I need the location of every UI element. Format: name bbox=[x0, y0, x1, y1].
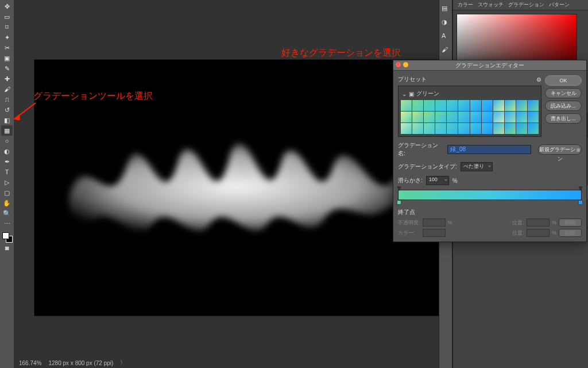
gradient-swatch[interactable] bbox=[528, 123, 539, 134]
tab-gradients[interactable]: グラデーション bbox=[508, 1, 544, 9]
gradient-swatch[interactable] bbox=[435, 123, 446, 134]
type-tool[interactable]: T bbox=[1, 167, 13, 177]
zoom-tool[interactable]: 🔍 bbox=[1, 208, 13, 218]
save-button[interactable]: 書き出し... bbox=[545, 113, 582, 124]
path-tool[interactable]: ▷ bbox=[1, 177, 13, 187]
position-input-2 bbox=[527, 229, 550, 237]
gradient-swatch[interactable] bbox=[447, 123, 458, 134]
gradient-swatch[interactable] bbox=[528, 112, 539, 122]
gradient-swatch[interactable] bbox=[458, 100, 469, 111]
color-stop[interactable] bbox=[397, 200, 401, 205]
eraser-tool[interactable]: ◧ bbox=[1, 115, 13, 125]
minimize-icon[interactable] bbox=[403, 62, 408, 67]
ok-button[interactable]: OK bbox=[545, 75, 582, 86]
gradient-bar[interactable] bbox=[398, 190, 582, 200]
gradient-swatch[interactable] bbox=[505, 123, 516, 134]
icon-history[interactable]: ▤ bbox=[442, 5, 450, 13]
doc-info: 1280 px x 800 px (72 ppi) bbox=[48, 360, 113, 366]
dodge-tool[interactable]: ◐ bbox=[1, 146, 13, 156]
window-controls[interactable] bbox=[396, 62, 416, 67]
new-gradient-button[interactable]: 新規グラデーション bbox=[538, 144, 582, 155]
opacity-stop-input bbox=[423, 218, 446, 227]
gradient-swatch[interactable] bbox=[401, 112, 412, 122]
gradient-swatch[interactable] bbox=[435, 100, 446, 111]
crop-tool[interactable]: ✂ bbox=[1, 43, 13, 53]
gradient-swatch[interactable] bbox=[412, 100, 423, 111]
gradient-swatch[interactable] bbox=[458, 123, 469, 134]
gradient-name-label: グラデーション名: bbox=[398, 141, 444, 158]
stamp-tool[interactable]: ⎍ bbox=[1, 94, 13, 105]
gradient-swatch[interactable] bbox=[447, 100, 458, 111]
zoom-level[interactable]: 166.74% bbox=[19, 360, 41, 366]
gradient-swatch[interactable] bbox=[482, 112, 493, 122]
gradient-swatch[interactable] bbox=[516, 100, 527, 111]
gradient-swatch[interactable] bbox=[424, 112, 435, 122]
gradient-swatch[interactable] bbox=[493, 123, 504, 134]
eyedropper-tool[interactable]: ✎ bbox=[1, 63, 13, 74]
gradient-tool[interactable]: ▦ bbox=[1, 125, 13, 136]
gradient-swatch[interactable] bbox=[505, 100, 516, 111]
gradient-swatch[interactable] bbox=[401, 123, 412, 134]
tab-patterns[interactable]: パターン bbox=[549, 1, 570, 9]
gradient-swatch[interactable] bbox=[435, 112, 446, 122]
quickmask-toggle[interactable]: ◙ bbox=[1, 243, 13, 253]
gradient-swatch[interactable] bbox=[516, 123, 527, 134]
gradient-swatch[interactable] bbox=[447, 112, 458, 122]
annotation-arrow bbox=[14, 101, 37, 120]
frame-tool[interactable]: ▣ bbox=[1, 53, 13, 63]
preset-folder[interactable]: ⌄ ▣ グリーン bbox=[401, 89, 539, 100]
gradient-swatch[interactable] bbox=[424, 100, 435, 111]
edit-toolbar[interactable]: ⋯ bbox=[1, 218, 13, 229]
gradient-swatch[interactable] bbox=[424, 123, 435, 134]
brush-tool[interactable]: 🖌 bbox=[1, 84, 13, 94]
pen-tool[interactable]: ✒ bbox=[1, 156, 13, 167]
color-stop[interactable] bbox=[578, 200, 583, 205]
lasso-tool[interactable]: ⌑ bbox=[1, 22, 13, 32]
hand-tool[interactable]: ✋ bbox=[1, 198, 13, 208]
marquee-tool[interactable]: ▭ bbox=[1, 12, 13, 22]
shape-tool[interactable]: ▢ bbox=[1, 187, 13, 198]
color-stop-swatch bbox=[423, 229, 446, 237]
gradient-swatch[interactable] bbox=[470, 112, 481, 122]
gradient-swatch[interactable] bbox=[470, 123, 481, 134]
smoothness-unit: % bbox=[452, 178, 458, 184]
gradient-name-input[interactable] bbox=[447, 145, 531, 154]
status-chevron[interactable]: 〉 bbox=[120, 359, 126, 367]
gradient-swatch[interactable] bbox=[493, 100, 504, 111]
zoom-icon[interactable] bbox=[411, 62, 416, 67]
gradient-swatch[interactable] bbox=[482, 123, 493, 134]
smoothness-input[interactable]: 100 bbox=[426, 176, 449, 185]
gradient-swatch[interactable] bbox=[401, 100, 412, 111]
gradient-swatch[interactable] bbox=[493, 112, 504, 122]
gear-icon[interactable]: ⚙ bbox=[536, 76, 541, 83]
gradient-editor-dialog: グラデーションエディター OK キャンセル 読み込み... 書き出し... プリ… bbox=[393, 60, 587, 242]
icon-adjust[interactable]: ◑ bbox=[442, 18, 450, 26]
delete-stop-button-2: 削除 bbox=[559, 229, 582, 237]
folder-icon: ▣ bbox=[409, 91, 414, 97]
gradient-swatch[interactable] bbox=[516, 112, 527, 122]
fg-bg-colors[interactable] bbox=[1, 231, 13, 243]
gradient-swatch[interactable] bbox=[470, 100, 481, 111]
icon-text[interactable]: A bbox=[442, 32, 450, 40]
icon-brush[interactable]: 🖌 bbox=[442, 46, 450, 54]
gradient-swatch[interactable] bbox=[528, 100, 539, 111]
move-tool[interactable]: ✥ bbox=[1, 1, 13, 12]
heal-tool[interactable]: ✚ bbox=[1, 74, 13, 84]
smoke-artwork bbox=[64, 112, 413, 244]
tab-color[interactable]: カラー bbox=[458, 1, 473, 9]
wand-tool[interactable]: ✦ bbox=[1, 32, 13, 43]
close-icon[interactable] bbox=[396, 62, 401, 67]
gradient-type-select[interactable]: べた塗り bbox=[461, 162, 493, 171]
cancel-button[interactable]: キャンセル bbox=[545, 88, 582, 98]
opacity-stop-label: 不透明度: bbox=[398, 219, 420, 227]
history-brush-tool[interactable]: ↺ bbox=[1, 105, 13, 115]
gradient-swatch[interactable] bbox=[482, 100, 493, 111]
gradient-swatch[interactable] bbox=[412, 112, 423, 122]
tab-swatches[interactable]: スウォッチ bbox=[478, 1, 504, 9]
gradient-swatch[interactable] bbox=[412, 123, 423, 134]
blur-tool[interactable]: ○ bbox=[1, 136, 13, 146]
gradient-swatch[interactable] bbox=[458, 112, 469, 122]
dialog-titlebar[interactable]: グラデーションエディター bbox=[393, 60, 586, 71]
gradient-swatch[interactable] bbox=[505, 112, 516, 122]
load-button[interactable]: 読み込み... bbox=[545, 101, 582, 111]
